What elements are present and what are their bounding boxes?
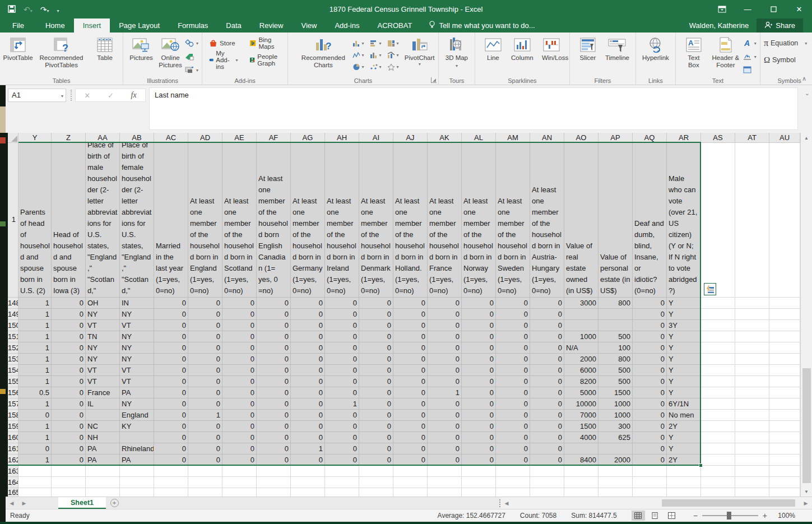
empty-cell[interactable]	[735, 466, 769, 477]
data-cell[interactable]: 7000	[564, 410, 598, 421]
online-pictures-button[interactable]: Online Pictures	[156, 34, 185, 71]
empty-cell[interactable]	[701, 354, 735, 365]
data-cell[interactable]: 0	[393, 376, 428, 387]
data-cell[interactable]: 0	[359, 387, 393, 398]
empty-cell[interactable]	[735, 320, 769, 331]
data-cell[interactable]: France	[86, 387, 120, 398]
data-cell[interactable]: 0	[291, 410, 325, 421]
column-header-AU[interactable]: AU	[769, 133, 800, 143]
empty-cell[interactable]	[735, 365, 769, 376]
empty-cell[interactable]	[701, 466, 735, 477]
combo-chart-icon[interactable]: ▾	[387, 49, 404, 61]
data-cell[interactable]: 0	[188, 376, 222, 387]
data-cell[interactable]: 2000	[564, 354, 598, 365]
row-header-162[interactable]: 162	[8, 455, 18, 466]
data-cell[interactable]: 1	[18, 331, 52, 342]
zoom-slider-thumb[interactable]	[727, 512, 731, 520]
data-cell[interactable]: 500	[598, 376, 633, 387]
data-cell[interactable]: 0	[52, 354, 86, 365]
zoom-slider[interactable]	[702, 515, 758, 516]
empty-cell[interactable]	[769, 421, 800, 432]
data-cell[interactable]: Y	[667, 309, 701, 320]
empty-cell[interactable]	[769, 331, 800, 342]
empty-cell[interactable]	[120, 477, 154, 488]
data-cell[interactable]: 0	[633, 354, 667, 365]
data-cell[interactable]: 0	[325, 298, 359, 309]
data-cell[interactable]: 0	[18, 443, 52, 455]
data-cell[interactable]: VT	[86, 365, 120, 376]
header-cell[interactable]: Place of birth of male householder (2-le…	[86, 143, 120, 298]
data-cell[interactable]: Y	[667, 365, 701, 376]
data-cell[interactable]: 0	[530, 298, 564, 309]
data-cell[interactable]: 0	[633, 342, 667, 354]
formula-input[interactable]: Last name	[149, 87, 798, 130]
zoom-in-button[interactable]: +	[763, 511, 767, 520]
data-cell[interactable]: 0	[530, 354, 564, 365]
data-cell[interactable]: 0	[428, 342, 462, 354]
header-footer-button[interactable]: Header & Footer	[708, 34, 743, 71]
data-cell[interactable]: 0	[291, 354, 325, 365]
sheet-nav-left-icon[interactable]: ◀	[6, 497, 18, 509]
pie-chart-icon[interactable]: ▾	[352, 61, 369, 72]
empty-cell[interactable]	[735, 143, 769, 298]
tab-data[interactable]: Data	[217, 18, 250, 33]
data-cell[interactable]	[564, 309, 598, 320]
data-cell[interactable]: 0	[633, 443, 667, 455]
data-cell[interactable]: 0	[188, 432, 222, 443]
data-cell[interactable]: 0	[428, 455, 462, 466]
radar-chart-icon[interactable]: ▾	[387, 61, 404, 72]
data-cell[interactable]: 0	[188, 331, 222, 342]
row-header-160[interactable]: 160	[8, 432, 18, 443]
data-cell[interactable]: No men	[667, 410, 701, 421]
data-cell[interactable]: 0	[359, 443, 393, 455]
column-3d-chart-icon[interactable]: ▾	[370, 49, 387, 61]
header-cell[interactable]: At least one member of the household bor…	[462, 143, 496, 298]
sparkline-line-button[interactable]: Line	[479, 34, 508, 63]
data-cell[interactable]: 0	[393, 455, 428, 466]
empty-cell[interactable]	[769, 320, 800, 331]
enter-icon[interactable]: ✓	[108, 91, 114, 100]
data-cell[interactable]: Y	[667, 387, 701, 398]
empty-cell[interactable]	[667, 466, 701, 477]
empty-cell[interactable]	[701, 143, 735, 298]
column-chart-icon[interactable]: ▾	[352, 38, 369, 49]
data-cell[interactable]: 0	[291, 309, 325, 320]
data-cell[interactable]: 0	[359, 455, 393, 466]
store-button[interactable]: Store	[209, 38, 238, 49]
empty-cell[interactable]	[291, 477, 325, 488]
data-cell[interactable]: 0	[188, 387, 222, 398]
data-cell[interactable]: 1	[18, 398, 52, 410]
data-cell[interactable]: 0	[291, 455, 325, 466]
header-cell[interactable]: Value of real estate owned (in US$)	[564, 143, 598, 298]
horizontal-scrollbar-thumb[interactable]	[662, 499, 795, 507]
vertical-scrollbar-thumb[interactable]	[802, 368, 811, 483]
header-cell[interactable]: At least one member of the household bor…	[359, 143, 393, 298]
data-cell[interactable]: 0	[222, 410, 257, 421]
data-cell[interactable]: 0	[462, 421, 496, 432]
bar-chart-icon[interactable]: ▾	[370, 38, 387, 49]
header-cell[interactable]: At least one member of the household bor…	[428, 143, 462, 298]
data-cell[interactable]: 0	[462, 331, 496, 342]
data-cell[interactable]: 2Y	[667, 455, 701, 466]
minimize-button[interactable]: —	[735, 0, 760, 18]
data-cell[interactable]: 0	[154, 387, 188, 398]
empty-cell[interactable]	[188, 488, 222, 497]
data-cell[interactable]: 0	[222, 309, 257, 320]
data-cell[interactable]: 0	[428, 376, 462, 387]
data-cell[interactable]: 0	[530, 432, 564, 443]
empty-cell[interactable]	[86, 477, 120, 488]
empty-cell[interactable]	[18, 477, 52, 488]
zoom-level[interactable]: 100%	[772, 512, 795, 520]
data-cell[interactable]: 0	[154, 320, 188, 331]
tab-home[interactable]: Home	[36, 18, 74, 33]
normal-view-icon[interactable]	[632, 511, 645, 521]
data-cell[interactable]: 1000	[564, 331, 598, 342]
data-cell[interactable]: 0	[188, 342, 222, 354]
data-cell[interactable]: 0	[291, 421, 325, 432]
data-cell[interactable]: 0	[496, 421, 530, 432]
data-cell[interactable]: 0	[530, 443, 564, 455]
data-cell[interactable]: 1500	[564, 421, 598, 432]
data-cell[interactable]: NY	[120, 331, 154, 342]
empty-cell[interactable]	[291, 488, 325, 497]
empty-cell[interactable]	[598, 466, 633, 477]
